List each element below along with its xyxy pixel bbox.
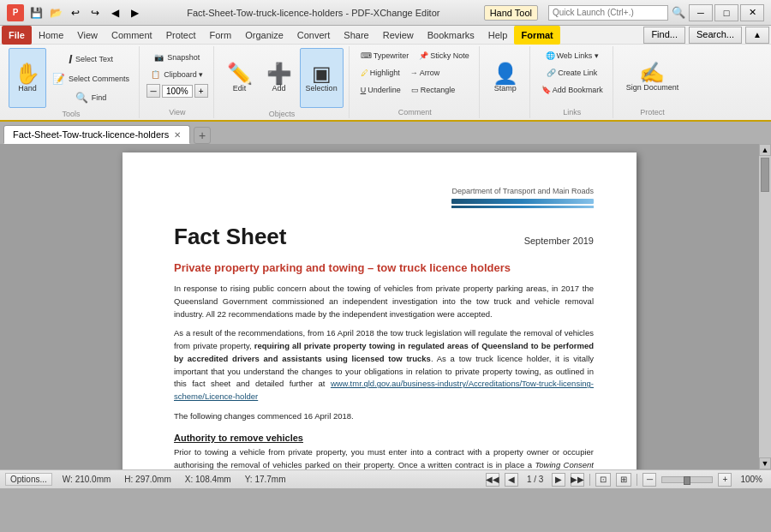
scroll-up-button[interactable]: ▲	[759, 144, 771, 156]
stamp-button[interactable]: 👤 Stamp	[487, 48, 524, 108]
nav-last-button[interactable]: ▶▶	[571, 473, 584, 487]
title-bar-left: P 💾 📂 ↩ ↪ ◀ ▶	[7, 4, 143, 21]
selection-label: Selection	[306, 84, 338, 93]
select-comments-label: Select Comments	[69, 75, 129, 83]
undo-icon[interactable]: ↩	[67, 4, 84, 21]
zoom-out-status-button[interactable]: ─	[642, 473, 656, 487]
protect-label: Protect	[640, 106, 665, 117]
vertical-scrollbar[interactable]: ▲ ▼	[759, 144, 771, 469]
objects-label: Objects	[269, 108, 296, 118]
zoom-fit-button[interactable]: ⊡	[595, 473, 611, 487]
menu-convert[interactable]: Convert	[290, 26, 338, 45]
section-title-authority: Authority to remove vehicles	[174, 433, 594, 443]
back-icon[interactable]: ◀	[106, 4, 123, 21]
scroll-thumb[interactable]	[761, 158, 769, 192]
select-comments-button[interactable]: 📝 Select Comments	[48, 70, 134, 87]
select-text-icon: I	[69, 53, 72, 65]
zoom-in-status-button[interactable]: +	[718, 473, 732, 487]
document-area: Department of Transport and Main Roads F…	[0, 144, 771, 469]
tab-label: Fact-Sheet-Tow-truck-licence-holders	[13, 129, 169, 140]
separator	[589, 474, 590, 486]
nav-next-button[interactable]: ▶	[552, 473, 565, 487]
intro-paragraph-2: As a result of the recommendations, from…	[174, 327, 594, 403]
document-scroll[interactable]: Department of Transport and Main Roads F…	[0, 144, 759, 469]
create-link-button[interactable]: 🔗 Create Link	[537, 65, 607, 81]
underline-button[interactable]: U Underline	[356, 82, 405, 98]
menu-review[interactable]: Review	[376, 26, 421, 45]
tab-bar: Fact-Sheet-Tow-truck-licence-holders ✕ +	[0, 122, 771, 144]
select-text-button[interactable]: I Select Text	[48, 50, 134, 69]
search-icon[interactable]: 🔍	[670, 4, 687, 21]
add-bookmark-button[interactable]: 🔖 Add Bookmark	[537, 82, 607, 98]
menu-comment[interactable]: Comment	[105, 26, 159, 45]
tools-group: ✋ Hand I Select Text 📝 Select Comments 🔍…	[3, 46, 140, 118]
add-button[interactable]: ➕ Add	[260, 48, 298, 108]
nav-first-button[interactable]: ◀◀	[486, 473, 499, 487]
intro-paragraph-1: In response to rising public concern abo…	[174, 283, 594, 320]
options-button[interactable]: Options...	[5, 473, 52, 486]
highlight-button[interactable]: 🖊 Highlight	[356, 65, 404, 81]
typewriter-icon: ⌨	[361, 51, 372, 60]
blue-bar-thin	[451, 206, 594, 208]
select-comments-icon: 📝	[52, 74, 65, 84]
web-links-button[interactable]: 🌐 Web Links ▾	[537, 48, 607, 63]
add-label: Add	[272, 84, 286, 93]
nav-prev-button[interactable]: ◀	[505, 473, 518, 487]
typewriter-button[interactable]: ⌨ Typewriter	[356, 48, 414, 63]
menu-format[interactable]: Format	[514, 26, 559, 45]
menu-view[interactable]: View	[70, 26, 105, 45]
redo-icon[interactable]: ↪	[87, 4, 104, 21]
document-date: September 2019	[524, 236, 594, 246]
rectangle-button[interactable]: ▭ Rectangle	[407, 82, 460, 98]
menu-organize[interactable]: Organize	[238, 26, 290, 45]
menu-home[interactable]: Home	[32, 26, 70, 45]
selection-icon: ▣	[312, 63, 332, 84]
selection-button[interactable]: ▣ Selection	[300, 48, 344, 108]
comment-group: ⌨ Typewriter 📌 Sticky Note 🖊 Highlight →…	[351, 46, 480, 118]
find-button[interactable]: Find...	[643, 27, 685, 44]
hand-tool-button[interactable]: ✋ Hand	[9, 48, 46, 108]
zoom-out-btn[interactable]: ─	[146, 84, 160, 98]
save-icon[interactable]: 💾	[27, 4, 45, 21]
forward-icon[interactable]: ▶	[126, 4, 143, 21]
maximize-button[interactable]: □	[714, 4, 738, 21]
document-tab[interactable]: Fact-Sheet-Tow-truck-licence-holders ✕	[3, 125, 190, 144]
minimize-button[interactable]: ─	[689, 4, 713, 21]
menu-form[interactable]: Form	[203, 26, 239, 45]
zoom-level[interactable]: 100%	[162, 85, 193, 98]
zoom-in-btn[interactable]: +	[194, 84, 208, 98]
sticky-note-icon: 📌	[419, 51, 428, 60]
menu-file[interactable]: File	[2, 26, 32, 45]
menu-share[interactable]: Share	[337, 26, 375, 45]
ribbon-minimize-icon[interactable]: ▲	[745, 27, 769, 44]
zoom-page-button[interactable]: ⊞	[616, 473, 631, 487]
tab-close-button[interactable]: ✕	[174, 130, 181, 140]
sign-icon: ✍	[639, 63, 665, 83]
edit-button[interactable]: ✏️ Edit	[221, 48, 259, 108]
tools-row: ✋ Hand I Select Text 📝 Select Comments 🔍…	[9, 48, 134, 108]
arrow-button[interactable]: → Arrow	[406, 65, 445, 81]
sticky-note-button[interactable]: 📌 Sticky Note	[415, 48, 474, 63]
zoom-slider[interactable]	[661, 476, 713, 483]
rectangle-icon: ▭	[411, 86, 419, 94]
menu-bookmarks[interactable]: Bookmarks	[421, 26, 481, 45]
add-tab-button[interactable]: +	[194, 127, 211, 144]
scroll-down-button[interactable]: ▼	[759, 457, 771, 469]
menu-help[interactable]: Help	[481, 26, 515, 45]
menu-protect[interactable]: Protect	[159, 26, 203, 45]
active-tool-label: Hand Tool	[484, 5, 538, 21]
sign-document-button[interactable]: ✍ Sign Document	[620, 48, 685, 106]
open-icon[interactable]: 📂	[47, 4, 64, 21]
options-label: Options...	[10, 475, 47, 484]
tools-label: Tools	[63, 108, 81, 118]
search-button[interactable]: Search...	[689, 27, 742, 44]
title-row: Fact Sheet September 2019	[174, 215, 594, 250]
snapshot-button[interactable]: 📷 Snapshot	[146, 50, 208, 65]
window-title: Fact-Sheet-Tow-truck-licence-holders - P…	[143, 8, 484, 18]
find-toolbar-button[interactable]: 🔍 Find	[48, 89, 134, 106]
objects-group: ✏️ Edit ➕ Add ▣ Selection Objects	[216, 46, 350, 118]
close-button[interactable]: ✕	[740, 4, 764, 21]
clipboard-button[interactable]: 📋 Clipboard ▾	[146, 67, 208, 82]
link-1[interactable]: www.tmr.qld.gov.au/business-industry/Acc…	[174, 379, 594, 401]
quick-launch-input[interactable]	[548, 5, 668, 21]
